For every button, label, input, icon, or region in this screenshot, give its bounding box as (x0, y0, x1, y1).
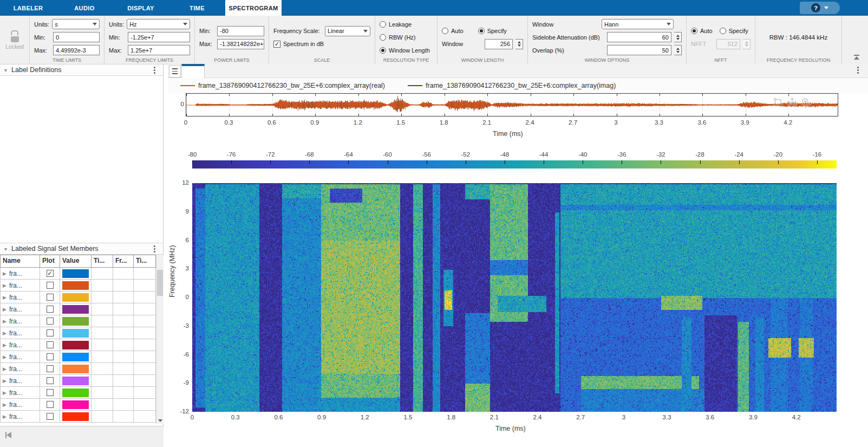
waveform-plot[interactable] (186, 94, 838, 116)
member-name-cell[interactable]: ▶fra... (0, 315, 40, 327)
plot-checkbox[interactable] (47, 329, 54, 336)
frequency-scale-dropdown[interactable]: Linear (325, 26, 370, 36)
plot-checkbox[interactable] (47, 318, 54, 325)
rbw-radio[interactable] (380, 34, 386, 41)
column-header-0[interactable]: Name (0, 255, 40, 268)
help-button[interactable]: ? (800, 2, 840, 14)
window-value-spinner[interactable] (515, 39, 523, 49)
display-tab[interactable] (181, 64, 205, 78)
scroll-down-icon[interactable] (158, 419, 162, 422)
plot-checkbox[interactable] (47, 294, 54, 301)
spectrum-db-checkbox[interactable] (273, 41, 280, 48)
expand-row-icon[interactable]: ▶ (3, 283, 6, 288)
expand-row-icon[interactable]: ▶ (3, 378, 6, 384)
plot-checkbox[interactable] (47, 282, 54, 289)
freq-units-dropdown[interactable]: Hz (127, 19, 190, 29)
overlap-spinner[interactable] (674, 45, 682, 55)
color-swatch[interactable] (62, 305, 89, 314)
restore-view-icon[interactable] (773, 98, 783, 107)
color-swatch[interactable] (62, 388, 89, 397)
color-swatch[interactable] (62, 341, 89, 349)
display-list-button[interactable] (169, 65, 181, 77)
window-type-dropdown[interactable]: Hann (602, 19, 674, 29)
column-header-3[interactable]: Ti... (92, 255, 113, 268)
member-name-cell[interactable]: ▶fra... (0, 327, 40, 339)
plot-checkbox[interactable] (47, 306, 54, 313)
zoom-in-icon[interactable] (801, 98, 811, 107)
expand-row-icon[interactable]: ▶ (3, 331, 6, 336)
color-swatch[interactable] (62, 269, 89, 278)
spectrogram-plot[interactable] (192, 183, 837, 412)
plot-checkbox[interactable] (47, 389, 54, 396)
expand-row-icon[interactable]: ▶ (3, 307, 6, 312)
scrollbar-thumb[interactable] (157, 270, 163, 296)
plot-checkbox[interactable] (47, 413, 54, 420)
member-name-cell[interactable]: ▶fra... (0, 375, 40, 387)
member-name-cell[interactable]: ▶fra... (0, 351, 40, 363)
member-name-cell[interactable]: ▶fra... (0, 363, 40, 375)
time-min-input[interactable]: 0 (53, 32, 100, 42)
freq-min-input[interactable]: -1.25e+7 (128, 32, 190, 42)
color-swatch[interactable] (62, 400, 89, 409)
freq-max-input[interactable]: 1.25e+7 (128, 45, 190, 55)
expand-row-icon[interactable]: ▶ (3, 402, 6, 407)
expand-row-icon[interactable]: ▶ (3, 342, 6, 348)
table-scrollbar[interactable] (156, 255, 164, 424)
tab-spectrogram[interactable]: SPECTROGRAM (225, 0, 282, 16)
legend-entry-imag[interactable]: frame_138769090412766230_bw_25E+6:comple… (408, 82, 616, 89)
column-header-2[interactable]: Value (60, 255, 92, 268)
collapse-panel-button[interactable] (5, 432, 11, 438)
label-definitions-menu-icon[interactable] (154, 69, 155, 71)
color-swatch[interactable] (62, 293, 89, 302)
plot-checkbox[interactable] (47, 377, 54, 384)
expand-row-icon[interactable]: ▶ (3, 319, 6, 324)
tab-display[interactable]: DISPLAY (113, 0, 169, 16)
plot-checkbox[interactable] (47, 365, 54, 372)
member-name-cell[interactable]: ▶fra... (0, 399, 40, 411)
sidelobe-spinner[interactable] (674, 32, 682, 42)
leakage-radio[interactable] (380, 21, 386, 28)
plot-checkbox[interactable] (47, 401, 54, 408)
member-name-cell[interactable]: ▶fra... (0, 280, 40, 291)
spectrogram-colorbar[interactable] (192, 160, 837, 169)
nfft-specify-radio[interactable] (720, 28, 726, 34)
color-swatch[interactable] (62, 353, 89, 361)
expand-row-icon[interactable]: ▶ (3, 271, 6, 276)
help-icon[interactable]: ? (811, 3, 820, 12)
plot-checkbox[interactable] (47, 341, 54, 348)
expand-row-icon[interactable]: ▶ (3, 414, 6, 419)
column-header-5[interactable]: Ti... (134, 255, 156, 268)
member-name-cell[interactable]: ▶fra... (0, 387, 40, 399)
overlap-input[interactable]: 50 (607, 45, 671, 55)
pan-icon[interactable] (787, 98, 797, 107)
tab-time[interactable]: TIME (169, 0, 225, 16)
time-units-dropdown[interactable]: s (52, 19, 100, 29)
plot-checkbox[interactable] (47, 353, 54, 360)
color-swatch[interactable] (62, 329, 89, 338)
member-name-cell[interactable]: ▶fra... (0, 303, 40, 315)
window-length-specify-radio[interactable] (478, 28, 485, 34)
display-options-menu-icon[interactable] (857, 69, 859, 71)
column-header-4[interactable]: Fr... (113, 255, 134, 268)
signal-set-menu-icon[interactable] (154, 248, 155, 250)
tab-audio[interactable]: AUDIO (56, 0, 113, 16)
collapse-caret-icon[interactable]: ▾ (4, 67, 7, 73)
color-swatch[interactable] (62, 377, 89, 385)
sidelobe-input[interactable]: 60 (607, 32, 671, 42)
nfft-auto-radio[interactable] (691, 28, 697, 34)
power-min-input[interactable]: -80 (217, 26, 264, 36)
member-name-cell[interactable]: ▶fra... (0, 268, 40, 280)
expand-row-icon[interactable]: ▶ (3, 366, 6, 372)
tab-labeler[interactable]: LABELER (0, 0, 56, 16)
color-swatch[interactable] (62, 412, 89, 421)
plot-checkbox[interactable] (47, 270, 54, 277)
member-name-cell[interactable]: ▶fra... (0, 411, 40, 423)
collapse-caret-icon[interactable]: ▾ (4, 246, 7, 252)
member-name-cell[interactable]: ▶fra... (0, 291, 40, 303)
expand-row-icon[interactable]: ▶ (3, 295, 6, 300)
chevron-down-icon[interactable] (824, 7, 828, 9)
window-value-input[interactable]: 256 (485, 39, 513, 49)
power-max-input[interactable]: -1.382148282e+1 (217, 39, 264, 49)
legend-entry-real[interactable]: frame_138769090412766230_bw_25E+6:comple… (180, 82, 385, 89)
expand-row-icon[interactable]: ▶ (3, 390, 6, 396)
